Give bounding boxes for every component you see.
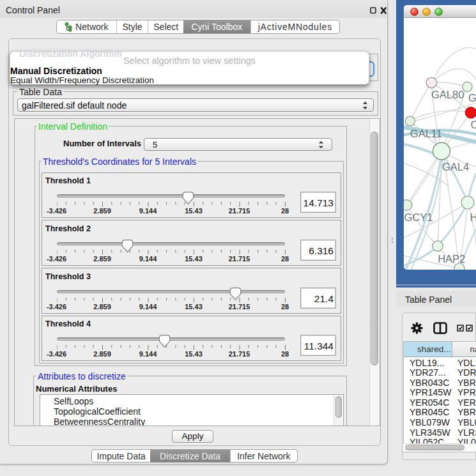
svg-text:H: H <box>470 211 476 223</box>
svg-text:C: C <box>471 119 476 130</box>
svg-text:GA: GA <box>468 92 476 104</box>
svg-text:GAL80: GAL80 <box>431 89 464 100</box>
svg-text:GAL4: GAL4 <box>442 161 469 173</box>
svg-text:HAP2: HAP2 <box>438 253 465 265</box>
svg-text:GAL11: GAL11 <box>410 128 442 139</box>
svg-text:GCY1: GCY1 <box>404 211 433 223</box>
